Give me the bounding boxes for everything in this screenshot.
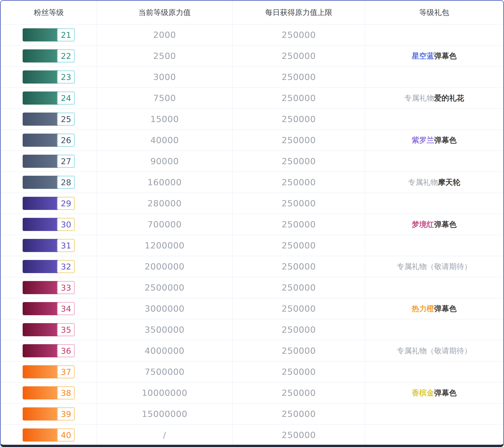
badge-gradient-bar (23, 429, 58, 442)
fan-level-cell: 30 (1, 214, 97, 235)
fan-level-cell: 34 (1, 298, 97, 319)
gift-package: 星空蓝弹幕色 (365, 46, 503, 67)
badge-gradient-bar (23, 281, 58, 294)
daily-limit: 250000 (232, 172, 365, 193)
gift-package (365, 425, 503, 446)
daily-limit: 250000 (232, 24, 365, 46)
fan-level-cell: 39 (1, 404, 97, 425)
fan-level-badge: 40 (23, 429, 75, 442)
daily-limit: 250000 (232, 404, 365, 425)
fan-level-badge: 34 (23, 302, 75, 315)
table-row: 377500000250000 (1, 361, 503, 382)
gift-text-segment: 弹幕色 (434, 51, 456, 60)
force-value: 2500 (97, 46, 232, 67)
badge-gradient-bar (23, 91, 58, 105)
daily-limit: 250000 (232, 319, 365, 340)
force-value: 90000 (97, 151, 232, 172)
gift-package: 专属礼物（敬请期待） (365, 256, 503, 277)
fan-level-panel: 粉丝等级 当前等级原力值 每日获得原力值上限 等级礼包 212000250000… (0, 0, 504, 447)
gift-package (365, 151, 503, 172)
fan-level-badge: 31 (23, 239, 75, 252)
force-value: 7500 (97, 88, 232, 109)
force-value: 15000 (97, 109, 232, 130)
fan-level-badge: 36 (23, 344, 75, 357)
badge-level-number: 33 (57, 281, 75, 294)
gift-package (365, 24, 503, 46)
badge-level-number: 28 (57, 176, 75, 189)
gift-package: 紫罗兰弹幕色 (365, 130, 503, 151)
table-row: 3915000000250000 (1, 404, 503, 425)
gift-text-segment: 星空蓝 (412, 51, 434, 60)
gift-package: 专属礼物摩天轮 (365, 172, 503, 193)
fan-level-badge: 37 (23, 365, 75, 378)
column-header-fan-level: 粉丝等级 (1, 1, 97, 24)
table-row: 212000250000 (1, 24, 503, 46)
fan-level-badge: 26 (23, 134, 75, 147)
gift-text-segment: 爱的礼花 (434, 93, 464, 102)
force-value: 3000 (97, 67, 232, 88)
gift-package (365, 109, 503, 130)
fan-level-badge: 28 (23, 176, 75, 189)
gift-text-segment: 弹幕色 (434, 136, 456, 144)
gift-text-segment: 弹幕色 (434, 220, 456, 229)
daily-limit: 250000 (232, 277, 365, 298)
badge-level-number: 25 (57, 112, 75, 126)
daily-limit: 250000 (232, 382, 365, 404)
fan-level-cell: 38 (1, 382, 97, 404)
badge-gradient-bar (23, 155, 58, 168)
table-row: 30700000250000梦境红弹幕色 (1, 214, 503, 235)
badge-gradient-bar (23, 344, 58, 357)
badge-level-number: 21 (57, 28, 75, 41)
badge-level-number: 29 (57, 197, 75, 210)
fan-level-badge: 32 (23, 260, 75, 273)
table-row: 343000000250000热力橙弹幕色 (1, 298, 503, 319)
fan-level-cell: 31 (1, 235, 97, 256)
fan-level-badge: 25 (23, 112, 75, 126)
badge-level-number: 40 (57, 429, 75, 442)
fan-level-cell: 29 (1, 193, 97, 214)
daily-limit: 250000 (232, 46, 365, 67)
badge-level-number: 39 (57, 407, 75, 421)
fan-level-cell: 33 (1, 277, 97, 298)
badge-level-number: 26 (57, 134, 75, 147)
force-value: 2500000 (97, 277, 232, 298)
table-row: 3810000000250000香槟金弹幕色 (1, 382, 503, 404)
badge-level-number: 32 (57, 260, 75, 273)
fan-level-badge: 21 (23, 28, 75, 41)
badge-level-number: 22 (57, 49, 75, 62)
force-value: 15000000 (97, 404, 232, 425)
badge-level-number: 31 (57, 239, 75, 252)
fan-level-cell: 28 (1, 172, 97, 193)
gift-package: 专属礼物（敬请期待） (365, 340, 503, 361)
fan-level-cell: 25 (1, 109, 97, 130)
gift-text-segment: 专属礼物 (408, 178, 438, 187)
gift-text-segment: 专属礼物 (404, 93, 434, 102)
daily-limit: 250000 (232, 256, 365, 277)
header-row: 粉丝等级 当前等级原力值 每日获得原力值上限 等级礼包 (1, 1, 503, 24)
daily-limit: 250000 (232, 235, 365, 256)
badge-gradient-bar (23, 28, 58, 41)
daily-limit: 250000 (232, 425, 365, 446)
fan-level-badge: 22 (23, 49, 75, 62)
badge-gradient-bar (23, 407, 58, 421)
column-header-daily-limit: 每日获得原力值上限 (232, 1, 365, 24)
badge-gradient-bar (23, 112, 58, 126)
force-value: 3000000 (97, 298, 232, 319)
force-value: 10000000 (97, 382, 232, 404)
fan-level-cell: 40 (1, 425, 97, 446)
gift-text-segment: 摩天轮 (438, 178, 460, 187)
daily-limit: 250000 (232, 151, 365, 172)
table-row: 28160000250000专属礼物摩天轮 (1, 172, 503, 193)
badge-gradient-bar (23, 197, 58, 210)
fan-level-badge: 27 (23, 155, 75, 168)
daily-limit: 250000 (232, 361, 365, 382)
fan-level-badge: 35 (23, 323, 75, 336)
force-value: 40000 (97, 130, 232, 151)
gift-package (365, 404, 503, 425)
fan-level-cell: 35 (1, 319, 97, 340)
daily-limit: 250000 (232, 340, 365, 361)
badge-gradient-bar (23, 239, 58, 252)
badge-gradient-bar (23, 71, 58, 84)
gift-text-segment: 专属礼物（敬请期待） (397, 346, 471, 355)
daily-limit: 250000 (232, 298, 365, 319)
